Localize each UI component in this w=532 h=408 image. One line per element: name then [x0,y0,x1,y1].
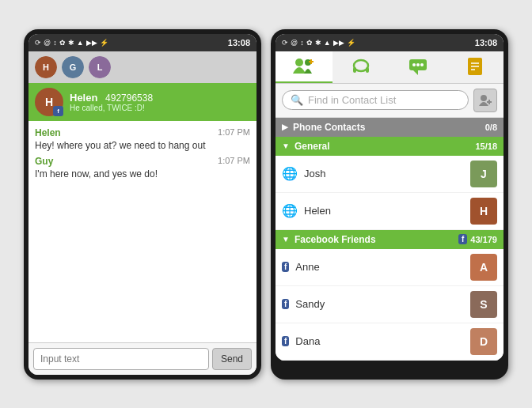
group-facebook[interactable]: ▼ Facebook Friends f 43/179 [276,230,504,249]
tab-messages[interactable] [390,51,446,83]
active-contact-avatar: H f [35,88,63,116]
sandy-avatar: S [470,291,497,318]
profile-tab-icon [464,56,486,77]
left-status-icons: ⟳ @ ↕ ✿ ✱ ▲ ▶▶ ⚡ [35,39,108,47]
search-bar: 🔍 Find in Contact List [276,84,504,118]
fb-triangle-icon: ▼ [282,235,290,244]
calls-tab-icon [350,56,372,77]
svg-point-0 [295,59,303,66]
josh-icon: 🌐 [282,166,298,181]
left-phone: ⟳ @ ↕ ✿ ✱ ▲ ▶▶ ⚡ 13:08 H G [24,29,261,380]
search-box[interactable]: 🔍 Find in Contact List [282,90,469,110]
msg-text-helen: Hey! where you at? we need to hang out [35,140,250,151]
active-contact-status: He called, TWICE :D! [70,104,250,112]
active-contact[interactable]: H f Helen 492796538 He called, TWICE :D! [28,83,256,121]
svg-point-10 [416,63,420,66]
fb-count: 43/179 [470,235,497,244]
helen-avatar: H [470,198,497,225]
right-clock: 13:08 [475,38,497,47]
sandy-name: Sandy [295,298,464,310]
r-battery-icon: ⚡ [347,39,355,47]
svg-marker-8 [413,70,418,75]
search-icon: 🔍 [291,94,303,106]
phone-contacts-label: Phone Contacts [293,122,365,133]
messages-tab-icon [407,56,429,77]
fb-label: Facebook Friends [294,234,376,245]
contact-bar: H G L [28,51,256,83]
group-general[interactable]: ▼ General 15/18 [276,137,504,156]
app-icon: ✿ [59,39,66,47]
search-placeholder-text: Find in Contact List [308,94,396,106]
r-wifi-icon: ▲ [324,39,331,47]
contacts-tab-icon [293,56,315,77]
tab-profile[interactable] [446,51,504,83]
avatar-l-small[interactable]: L [89,56,111,78]
fb-badge-label: f [458,234,467,244]
input-bar: Send [28,342,256,375]
svg-point-16 [481,95,487,101]
general-label: General [294,141,330,152]
svg-point-11 [420,63,424,66]
dana-name: Dana [295,335,464,347]
r-usb-icon: ↕ [300,39,304,47]
send-button[interactable]: Send [212,348,252,370]
r-bluetooth-icon: ✱ [315,39,321,47]
group-phone-contacts[interactable]: ▶ Phone Contacts 0/8 [276,118,504,137]
dana-fb-icon: f [282,336,289,346]
tab-contacts[interactable] [276,51,332,83]
msg-sender-guy: Guy [35,156,53,167]
left-clock: 13:08 [228,38,250,47]
contact-josh[interactable]: 🌐 Josh J [276,156,504,193]
active-number-text: 492796538 [105,93,153,104]
left-status-bar: ⟳ @ ↕ ✿ ✱ ▲ ▶▶ ⚡ 13:08 [28,34,256,51]
svg-rect-5 [353,67,356,73]
wifi-icon: ▲ [77,39,84,47]
r-signal-icon: ▶▶ [333,39,344,47]
svg-point-9 [412,63,416,66]
signal-icon: ▶▶ [86,39,97,47]
search-action-button[interactable] [473,89,497,112]
josh-name: Josh [304,168,464,179]
right-status-icons: ⟳ @ ↕ ✿ ✱ ▲ ▶▶ ⚡ [282,39,355,47]
contact-sandy[interactable]: f Sandy S [276,286,504,323]
sandy-fb-icon: f [282,299,289,309]
msg-text-guy: I'm here now, and yes we do! [35,168,250,179]
message-helen: Helen 1:07 PM Hey! where you at? we need… [35,127,250,151]
contact-list: ▶ Phone Contacts 0/8 ▼ General 15/18 🌐 [276,118,504,361]
anne-name: Anne [295,261,464,273]
rotate-icon: ⟳ [35,39,41,47]
msg-time-helen: 1:07 PM [218,127,250,138]
battery-icon: ⚡ [100,39,108,47]
active-contact-name: Helen 492796538 [70,92,250,104]
contact-dana[interactable]: f Dana D [276,323,504,361]
helen-name: Helen [304,205,464,217]
phone-contacts-count: 0/8 [485,123,497,132]
r-app-icon: ✿ [306,39,313,47]
chat-area: Helen 1:07 PM Hey! where you at? we need… [28,121,256,342]
message-input[interactable] [33,348,209,370]
anne-avatar: A [470,254,497,281]
message-guy: Guy 1:07 PM I'm here now, and yes we do! [35,156,250,179]
dana-avatar: D [470,328,497,355]
contact-helen[interactable]: 🌐 Helen H [276,193,504,230]
phone-contacts-triangle-icon: ▶ [282,123,288,131]
active-name-text: Helen [70,92,97,104]
helen-icon: 🌐 [282,203,298,218]
avatar-guy-small[interactable]: G [62,56,84,78]
at-icon: @ [44,39,51,47]
active-contact-info: Helen 492796538 He called, TWICE :D! [70,92,250,112]
bluetooth-icon: ✱ [68,39,74,47]
general-triangle-icon: ▼ [282,142,290,150]
right-phone: ⟳ @ ↕ ✿ ✱ ▲ ▶▶ ⚡ 13:08 [271,29,508,380]
svg-rect-6 [366,67,369,73]
contact-anne[interactable]: f Anne A [276,249,504,286]
nav-tabs [276,51,504,84]
josh-avatar: J [470,161,497,187]
general-count: 15/18 [475,142,497,151]
usb-icon: ↕ [53,39,57,47]
avatar-helen-small[interactable]: H [35,56,57,78]
fb-badge-icon: f [53,106,63,116]
tab-calls[interactable] [332,51,390,83]
r-rotate-icon: ⟳ [282,39,288,47]
add-contact-icon [478,93,492,108]
